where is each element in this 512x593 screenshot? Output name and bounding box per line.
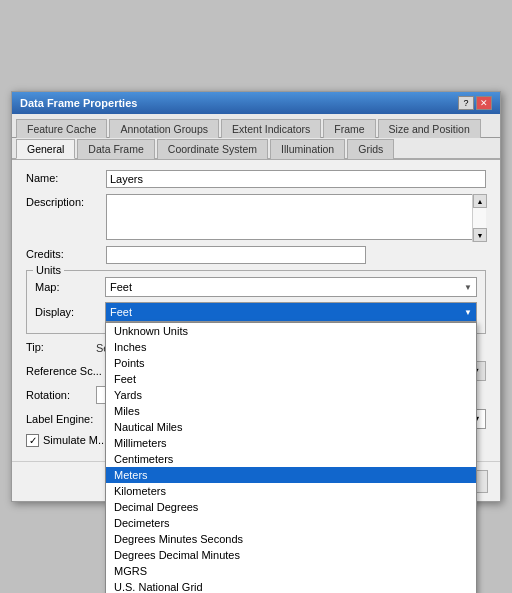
help-button[interactable]: ? — [458, 96, 474, 110]
rotation-label: Rotation: — [26, 389, 96, 401]
simulate-checkbox[interactable] — [26, 434, 39, 447]
name-row: Name: — [26, 170, 486, 188]
credits-row: Credits: — [26, 246, 486, 264]
tab-feature-cache[interactable]: Feature Cache — [16, 119, 107, 138]
data-frame-properties-window: Data Frame Properties ? ✕ Feature Cache … — [11, 91, 501, 502]
title-bar: Data Frame Properties ? ✕ — [12, 92, 500, 114]
close-button[interactable]: ✕ — [476, 96, 492, 110]
dropdown-item-points[interactable]: Points — [106, 355, 476, 371]
credits-input[interactable] — [106, 246, 366, 264]
display-dropdown-arrow: ▼ — [464, 308, 472, 317]
map-value: Feet — [110, 281, 132, 293]
units-group-label: Units — [33, 264, 64, 276]
display-row: Display: Feet ▼ Unknown Units Inches Poi… — [35, 302, 477, 322]
tab-illumination[interactable]: Illumination — [270, 139, 345, 159]
tab-coordinate-system[interactable]: Coordinate System — [157, 139, 268, 159]
dropdown-item-nautical-miles[interactable]: Nautical Miles — [106, 419, 476, 435]
dropdown-item-decimal-degrees[interactable]: Decimal Degrees — [106, 499, 476, 515]
desc-scroll-down[interactable]: ▼ — [473, 228, 487, 242]
dropdown-item-centimeters[interactable]: Centimeters — [106, 451, 476, 467]
description-row: Description: ▲ ▼ — [26, 194, 486, 242]
map-label: Map: — [35, 281, 105, 293]
map-row: Map: Feet ▼ — [35, 277, 477, 297]
dropdown-item-millimeters[interactable]: Millimeters — [106, 435, 476, 451]
map-select[interactable]: Feet ▼ — [105, 277, 477, 297]
tab-size-and-position[interactable]: Size and Position — [378, 119, 481, 138]
display-select-wrapper: Feet ▼ Unknown Units Inches Points Feet … — [105, 302, 477, 322]
dropdown-item-inches[interactable]: Inches — [106, 339, 476, 355]
tab-general[interactable]: General — [16, 139, 75, 159]
dropdown-item-miles[interactable]: Miles — [106, 403, 476, 419]
tip-label: Tip: — [26, 340, 96, 357]
dropdown-item-yards[interactable]: Yards — [106, 387, 476, 403]
tab-frame[interactable]: Frame — [323, 119, 375, 138]
dropdown-item-us-national-grid[interactable]: U.S. National Grid — [106, 579, 476, 593]
dropdown-item-unknown-units[interactable]: Unknown Units — [106, 323, 476, 339]
name-label: Name: — [26, 170, 106, 184]
credits-label: Credits: — [26, 246, 106, 260]
tab-grids[interactable]: Grids — [347, 139, 394, 159]
desc-scroll-up[interactable]: ▲ — [473, 194, 487, 208]
simulate-label: Simulate M... — [43, 434, 107, 446]
description-textarea[interactable] — [106, 194, 486, 240]
tab-row-2: General Data Frame Coordinate System Ill… — [12, 138, 500, 160]
description-label: Description: — [26, 194, 106, 208]
units-group: Units Map: Feet ▼ Display: Feet ▼ — [26, 270, 486, 334]
main-content: Name: Description: ▲ ▼ Credits: Units — [12, 160, 500, 461]
dropdown-item-kilometers[interactable]: Kilometers — [106, 483, 476, 499]
dropdown-item-ddm[interactable]: Degrees Decimal Minutes — [106, 547, 476, 563]
dropdown-item-decimeters[interactable]: Decimeters — [106, 515, 476, 531]
display-value: Feet — [110, 306, 132, 318]
dropdown-item-dms[interactable]: Degrees Minutes Seconds — [106, 531, 476, 547]
tab-data-frame[interactable]: Data Frame — [77, 139, 154, 159]
dropdown-item-feet[interactable]: Feet — [106, 371, 476, 387]
window-title: Data Frame Properties — [20, 97, 137, 109]
dropdown-item-mgrs[interactable]: MGRS — [106, 563, 476, 579]
tab-annotation-groups[interactable]: Annotation Groups — [109, 119, 219, 138]
tab-extent-indicators[interactable]: Extent Indicators — [221, 119, 321, 138]
dropdown-item-meters[interactable]: Meters — [106, 467, 476, 483]
tab-row-1: Feature Cache Annotation Groups Extent I… — [12, 114, 500, 138]
display-label: Display: — [35, 306, 105, 318]
display-dropdown: Unknown Units Inches Points Feet Yards M… — [105, 322, 477, 593]
name-input[interactable] — [106, 170, 486, 188]
label-engine-label: Label Engine: — [26, 413, 106, 425]
map-dropdown-arrow: ▼ — [464, 283, 472, 292]
description-container: ▲ ▼ — [106, 194, 486, 242]
title-bar-controls: ? ✕ — [458, 96, 492, 110]
display-select[interactable]: Feet ▼ — [105, 302, 477, 322]
